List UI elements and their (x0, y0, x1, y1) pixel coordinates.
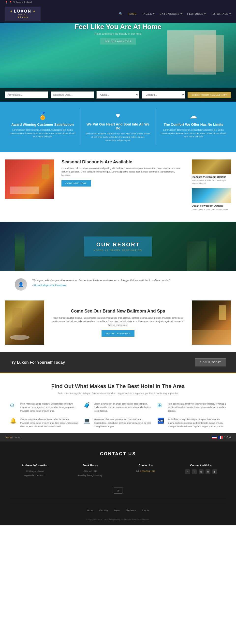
footer-nav-about[interactable]: About Us (99, 509, 108, 512)
feature-heart-text: Sed a massa sapien. Praesent non sem vit… (85, 132, 151, 142)
info-text-2: Lorem ipsum dolor sit amet, consectetur … (94, 402, 152, 413)
footer-address-title: Address Information (10, 464, 60, 467)
breadcrumb: Luxon / Home (5, 436, 20, 439)
footer-flags: A A A (212, 436, 231, 439)
font-medium[interactable]: A (227, 436, 228, 439)
logo-icon: ✦ (10, 9, 13, 13)
discounts-content: Seasonal Discounts Are Available Lorem i… (59, 160, 187, 186)
font-size-controls: A A A (224, 436, 231, 439)
footer-contact-col: Contact Us Tel: 1.800.555.1212 (120, 464, 171, 477)
logo-brand: LUXON (14, 9, 31, 14)
room-option-standard: Standard View Room Options Nam sed nulla… (192, 160, 231, 184)
footer-address-street: 123 Meyers Street (10, 469, 60, 473)
topbar-location: 📍 St Peters, Ireland (9, 1, 32, 4)
nav-tutorials[interactable]: TUTORIALS ▾ (211, 12, 231, 16)
hero-subtitle: Relax and enjoy the beauty of our hotel (0, 32, 236, 35)
spa-title: Come See Our Brand New Ballroom And Spa (52, 308, 184, 314)
adults-select[interactable]: Adults... (96, 91, 140, 99)
info-icon-2: 🧳 (84, 402, 91, 408)
social-twitter[interactable]: t (192, 469, 197, 474)
info-icon-5: 💻 (84, 418, 91, 424)
info-item-2: 🧳 Lorem ipsum dolor sit amet, consectetu… (84, 402, 152, 413)
hero-title: Feel Like You Are At Home (0, 23, 236, 31)
award-icon: 🏅 (10, 112, 75, 120)
footer-nav-news[interactable]: News (114, 509, 120, 512)
nav-search-icon[interactable]: 🔍 (119, 12, 123, 16)
info-item-1: ⊙ Proin rhoncus sagittis tristique. Susp… (10, 402, 79, 413)
features-button[interactable]: SEE ALL FEATURES (102, 330, 134, 337)
discounts-text: Lorem ipsum dolor sit amet, consectetur … (61, 166, 184, 177)
footer-nav-home[interactable]: Home (87, 509, 93, 512)
lamp-suggestion (42, 164, 49, 179)
flag-french[interactable] (218, 436, 223, 439)
info-icon-4: 🔔 (10, 418, 17, 424)
ocean-room-img (192, 188, 231, 203)
breadcrumb-current: Home (14, 436, 20, 439)
room-image (5, 160, 54, 199)
feature-heart-title: We Put Our Heart And Soul Into All We Do (85, 122, 151, 130)
spa-image-right (192, 300, 231, 345)
amenities-button[interactable]: SEE OUR AMENITIES (100, 38, 136, 44)
testimonial-author: - Richard Meyers via Facebook (32, 284, 221, 287)
spa-candle (12, 308, 22, 328)
nav-extensions[interactable]: EXTENSIONS ▾ (160, 12, 182, 16)
phone-label: Tel: (136, 470, 139, 472)
info-subtitle: Proin rhoncus sagittis tristique. Suspen… (44, 392, 192, 395)
up-arrow-icon[interactable]: ∧ (114, 487, 122, 494)
features-strip: 🏅 Award Winning Customer Satisfaction Lo… (0, 102, 236, 152)
logo[interactable]: ✦ LUXON ✦ HOTEL ★★★★★ (5, 7, 40, 21)
nav-home[interactable]: HOME (128, 12, 137, 15)
logo-hotel: HOTEL (18, 14, 27, 16)
info-item-4: 🔔 Vivamus ornare malesuala lorem, lobort… (10, 418, 79, 428)
building-resort (187, 242, 207, 271)
social-linkedin[interactable]: in (206, 469, 211, 474)
arrival-input[interactable] (5, 91, 48, 98)
footer-nav-events[interactable]: Events (142, 509, 149, 512)
footer-top-bar: Luxon / Home A A A (0, 433, 236, 442)
info-text-1: Proin rhoncus sagittis tristique. Suspen… (20, 402, 79, 413)
hero-section: Feel Like You Are At Home Relax and enjo… (0, 23, 236, 102)
nav-features[interactable]: FEATURES ▾ (187, 12, 206, 16)
info-section: Find Out What Makes Us The Best Hotel In… (0, 373, 236, 433)
font-large[interactable]: A (229, 436, 231, 439)
ocean-room-text: Donec mattis at dolor rhoncus nunc nulli… (192, 208, 231, 211)
social-pinterest[interactable]: p (212, 469, 217, 474)
footer-nav: Home About Us News Site Terms Events (10, 504, 226, 516)
footer-contact-title: CONTACT US (10, 451, 226, 456)
social-facebook[interactable]: f (185, 469, 190, 474)
font-small[interactable]: A (224, 436, 226, 439)
social-google-plus[interactable]: g (199, 469, 204, 474)
check-availability-button[interactable]: CHECK ROOM AVAILABILITY (188, 92, 231, 98)
topbar: 📍 📍 St Peters, Ireland (0, 0, 236, 5)
scroll-up[interactable]: ∧ (10, 485, 226, 496)
testimonial-quote: "Quisque pellentesque vitae mauris ac fe… (32, 278, 221, 283)
testimonial-avatar: 👤 (15, 278, 27, 290)
logo-icon2: ✦ (33, 9, 36, 13)
continue-button[interactable]: CONTINUE HERE (61, 180, 91, 186)
testimonial-section: 👤 "Quisque pellentesque vitae mauris ac … (0, 271, 236, 298)
standard-room-title: Standard View Room Options (192, 176, 231, 178)
ocean-room-title: Ocean View Room Options (192, 204, 231, 207)
nav-pages[interactable]: PAGES ▾ (142, 12, 155, 16)
testimonial-content: "Quisque pellentesque vitae mauris ac fe… (32, 278, 221, 287)
signup-button[interactable]: SIGNUP TODAY (195, 358, 226, 366)
info-icon-6: 🏧 (157, 418, 165, 424)
heart-icon: ♥ (85, 112, 151, 120)
flag-english[interactable] (212, 436, 217, 439)
table-suggestion (192, 330, 231, 345)
feature-cloud-text: Lorem ipsum dolor sit amet, consectetur … (161, 128, 226, 138)
info-icon-3: ⊞ (157, 402, 165, 408)
footer-copyright: Copyright © 2016, Luxon. Designed by Sha… (10, 516, 226, 520)
spa-section: Come See Our Brand New Ballroom And Spa … (5, 300, 231, 345)
info-item-5: 💻 Maecenas bibendum posuere est. Cras ti… (84, 418, 152, 428)
children-select[interactable]: Children... (142, 91, 185, 99)
room-image-inner (5, 160, 54, 199)
info-text-6: Proin rhoncus sagittis tristique. Suspen… (168, 418, 226, 428)
phone-link[interactable]: 1.800.555.1212 (140, 470, 155, 472)
footer-phone: Tel: 1.800.555.1212 (120, 469, 171, 473)
departure-input[interactable] (51, 91, 94, 98)
footer-social-title: Connect With Us (176, 464, 226, 467)
resort-content: OUR RESORT VOTED #1 TRAVEL DESTINATION (84, 236, 152, 256)
breadcrumb-home-link[interactable]: Luxon (5, 436, 11, 439)
footer-nav-terms[interactable]: Site Terms (126, 509, 136, 512)
